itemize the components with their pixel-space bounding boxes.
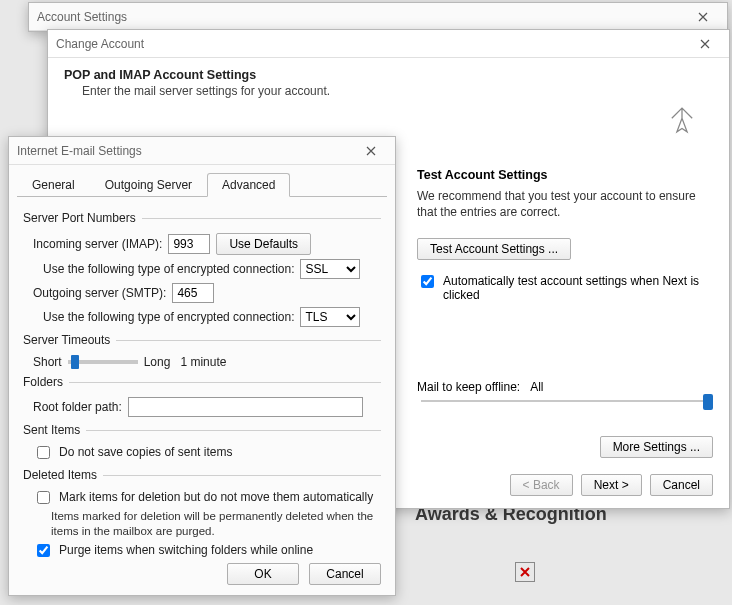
sent-copies-label: Do not save copies of sent items [59, 445, 232, 459]
tab-general[interactable]: General [17, 173, 90, 197]
outgoing-enc-label: Use the following type of encrypted conn… [43, 310, 294, 324]
broken-image-icon [515, 562, 535, 582]
advanced-pane: Server Port Numbers Incoming server (IMA… [9, 197, 395, 570]
account-settings-titlebar: Account Settings [29, 3, 727, 31]
mark-deletion-row[interactable]: Mark items for deletion but do not move … [33, 490, 381, 507]
ies-titlebar: Internet E-mail Settings [9, 137, 395, 165]
cancel-button[interactable]: Cancel [650, 474, 713, 496]
test-title: Test Account Settings [417, 168, 717, 182]
group-deleted: Deleted Items [23, 468, 381, 482]
incoming-enc-label: Use the following type of encrypted conn… [43, 262, 294, 276]
account-settings-window: Account Settings [28, 2, 728, 32]
purge-label: Purge items when switching folders while… [59, 543, 313, 557]
outgoing-port-input[interactable] [172, 283, 214, 303]
internet-email-settings-window: Internet E-mail Settings General Outgoin… [8, 136, 396, 596]
mail-offline-value: All [530, 380, 543, 394]
test-account-panel: Test Account Settings We recommend that … [417, 168, 717, 402]
next-button[interactable]: Next > [581, 474, 642, 496]
outgoing-enc-select[interactable]: TLS [300, 307, 360, 327]
test-account-button[interactable]: Test Account Settings ... [417, 238, 571, 260]
cancel-button[interactable]: Cancel [309, 563, 381, 585]
group-ports: Server Port Numbers [23, 211, 381, 225]
root-folder-input[interactable] [128, 397, 363, 417]
timeout-short: Short [33, 355, 62, 369]
incoming-label: Incoming server (IMAP): [33, 237, 162, 251]
change-account-title: Change Account [56, 37, 144, 51]
change-account-titlebar: Change Account [48, 30, 729, 58]
auto-test-label: Automatically test account settings when… [443, 274, 717, 302]
deletion-note: Items marked for deletion will be perman… [51, 509, 381, 539]
group-sent: Sent Items [23, 423, 381, 437]
tab-outgoing[interactable]: Outgoing Server [90, 173, 207, 197]
close-icon[interactable] [689, 34, 721, 54]
test-desc: We recommend that you test your account … [417, 188, 717, 220]
mail-offline-label: Mail to keep offline: [417, 380, 520, 394]
timeout-long: Long [144, 355, 171, 369]
incoming-port-input[interactable] [168, 234, 210, 254]
cursor-arrow-icon [665, 103, 699, 137]
timeout-slider[interactable] [68, 360, 138, 364]
group-folders: Folders [23, 375, 381, 389]
sent-items-row[interactable]: Do not save copies of sent items [33, 445, 381, 462]
ies-title: Internet E-mail Settings [17, 144, 142, 158]
use-defaults-button[interactable]: Use Defaults [216, 233, 311, 255]
mail-offline-row: Mail to keep offline: All [417, 380, 717, 394]
auto-test-row[interactable]: Automatically test account settings when… [417, 274, 717, 302]
account-settings-title: Account Settings [37, 10, 127, 24]
incoming-enc-select[interactable]: SSL [300, 259, 360, 279]
outgoing-label: Outgoing server (SMTP): [33, 286, 166, 300]
mark-deletion-checkbox[interactable] [37, 491, 50, 504]
group-timeouts: Server Timeouts [23, 333, 381, 347]
auto-test-checkbox[interactable] [421, 275, 434, 288]
pop-imap-sub: Enter the mail server settings for your … [82, 84, 713, 98]
more-settings-button[interactable]: More Settings ... [600, 436, 713, 458]
tab-advanced[interactable]: Advanced [207, 173, 290, 197]
purge-checkbox[interactable] [37, 544, 50, 557]
ok-button[interactable]: OK [227, 563, 299, 585]
mark-deletion-label: Mark items for deletion but do not move … [59, 490, 373, 504]
back-button[interactable]: < Back [510, 474, 573, 496]
close-icon[interactable] [355, 141, 387, 161]
pop-imap-heading: POP and IMAP Account Settings [64, 68, 713, 82]
mail-offline-slider[interactable] [421, 400, 713, 402]
timeout-value: 1 minute [180, 355, 226, 369]
purge-row[interactable]: Purge items when switching folders while… [33, 543, 381, 560]
ies-tabs: General Outgoing Server Advanced [17, 173, 387, 197]
close-icon[interactable] [687, 7, 719, 27]
sent-copies-checkbox[interactable] [37, 446, 50, 459]
root-folder-label: Root folder path: [33, 400, 122, 414]
